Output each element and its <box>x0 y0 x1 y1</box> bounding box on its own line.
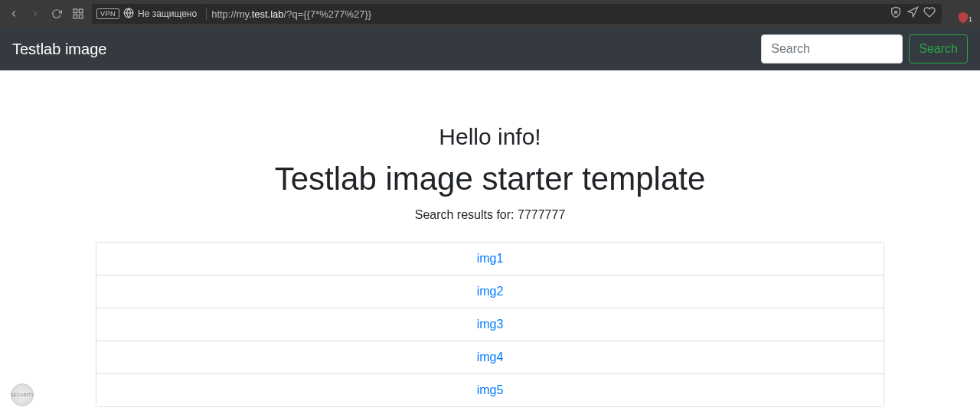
forward-button[interactable] <box>28 6 43 21</box>
search-results-label: Search results for: 7777777 <box>15 208 965 222</box>
results-list: img1 img2 img3 img4 img5 <box>96 242 884 407</box>
globe-icon <box>123 8 134 21</box>
svg-rect-0 <box>74 9 77 13</box>
main-content: Hello info! Testlab image starter templa… <box>0 70 980 414</box>
browser-toolbar: VPN Не защищено http://my.test.lab/?q={{… <box>0 0 980 28</box>
results-label-text: Search results for: <box>415 208 518 221</box>
address-bar[interactable]: VPN Не защищено http://my.test.lab/?q={{… <box>92 4 942 24</box>
svg-rect-1 <box>79 9 83 13</box>
list-item[interactable]: img4 <box>96 341 884 374</box>
heart-icon[interactable] <box>923 6 936 21</box>
url-display[interactable]: http://my.test.lab/?q={{7*%277%27}} <box>211 8 888 20</box>
shield-block-icon[interactable] <box>890 6 902 21</box>
search-form: Search <box>761 34 968 64</box>
hello-heading: Hello info! <box>15 124 965 150</box>
results-value: 7777777 <box>518 208 565 221</box>
svg-rect-2 <box>74 15 77 18</box>
url-prefix: http://my. <box>211 8 252 20</box>
list-item[interactable]: img3 <box>96 308 884 341</box>
divider <box>206 8 207 20</box>
search-input[interactable] <box>761 34 903 64</box>
reload-button[interactable] <box>49 6 64 21</box>
search-button[interactable]: Search <box>909 34 968 64</box>
list-item[interactable]: img2 <box>96 275 884 308</box>
easy-setup-icon[interactable]: 1 <box>952 3 974 24</box>
back-button[interactable] <box>6 6 21 21</box>
url-path: /?q={{7*%277%27}} <box>284 8 372 20</box>
security-indicator[interactable]: VPN Не защищено <box>92 8 201 21</box>
notification-badge: 1 <box>969 15 972 23</box>
corner-seal-icon: SECURITY <box>11 383 34 406</box>
svg-rect-3 <box>79 15 83 18</box>
vpn-badge[interactable]: VPN <box>96 8 119 19</box>
page-title: Testlab image starter template <box>15 161 965 197</box>
url-domain: test.lab <box>252 8 284 20</box>
svg-marker-8 <box>908 7 918 17</box>
brand-title[interactable]: Testlab image <box>12 41 106 58</box>
security-text: Не защищено <box>138 8 197 19</box>
list-item[interactable]: img5 <box>96 374 884 406</box>
list-item[interactable]: img1 <box>96 243 884 275</box>
send-icon[interactable] <box>906 6 919 21</box>
app-navbar: Testlab image Search <box>0 28 980 70</box>
speed-dial-icon[interactable] <box>70 6 86 21</box>
